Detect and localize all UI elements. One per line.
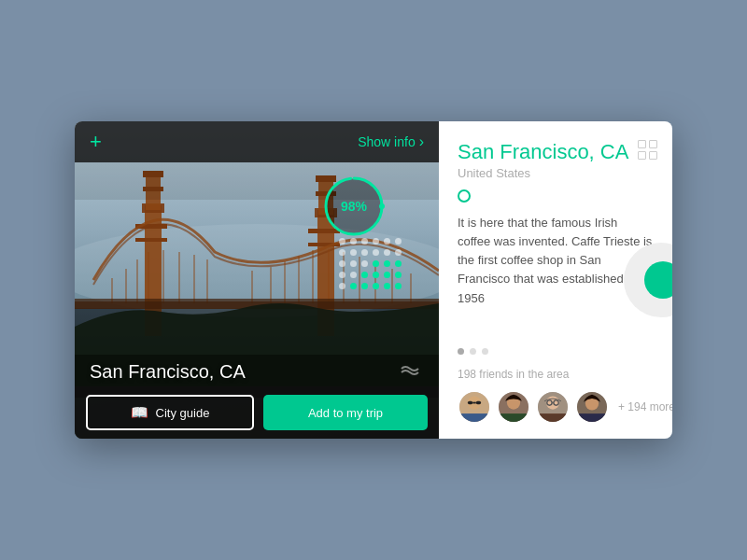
radio-indicator xyxy=(458,189,471,203)
friends-row: + 194 more xyxy=(458,390,654,424)
nav-dot-2[interactable] xyxy=(470,348,476,355)
left-footer: 📖 City guide Add to my trip xyxy=(75,386,439,439)
grid-square-4 xyxy=(649,151,657,160)
more-friends: + 194 more xyxy=(618,400,672,413)
music-icon xyxy=(400,360,420,381)
right-panel: San Francisco, CA United States It is he… xyxy=(439,121,672,439)
left-header: + Show info › xyxy=(75,121,439,162)
svg-rect-52 xyxy=(499,413,529,422)
grid-icon[interactable] xyxy=(638,140,657,160)
avatar-1 xyxy=(458,390,491,424)
city-name: San Francisco, CA xyxy=(458,140,654,164)
percent-circle: 98% xyxy=(320,173,388,240)
grid-square-3 xyxy=(638,151,646,160)
svg-rect-61 xyxy=(577,413,607,422)
nav-dot-1[interactable] xyxy=(458,348,464,355)
grid-square-2 xyxy=(649,140,657,148)
plus-button[interactable]: + xyxy=(90,132,102,152)
show-info-label: Show info xyxy=(358,134,415,149)
svg-rect-48 xyxy=(472,402,476,404)
location-label: San Francisco, CA xyxy=(90,361,246,383)
nav-dot-3[interactable] xyxy=(482,348,488,355)
city-guide-button[interactable]: 📖 City guide xyxy=(86,395,254,430)
percent-label: 98% xyxy=(320,173,388,240)
main-card: + Show info › xyxy=(75,121,672,439)
dots-nav xyxy=(458,348,654,355)
svg-rect-46 xyxy=(468,401,472,405)
book-icon: 📖 xyxy=(131,404,148,421)
svg-rect-9 xyxy=(135,238,167,242)
left-panel: + Show info › xyxy=(75,121,439,439)
add-trip-button[interactable]: Add to my trip xyxy=(263,395,428,430)
svg-rect-58 xyxy=(538,413,568,422)
friends-label: 198 friends in the area xyxy=(458,368,654,381)
avatar-3 xyxy=(536,390,570,424)
dot-grid xyxy=(339,238,402,294)
city-guide-label: City guide xyxy=(156,406,210,420)
chevron-right-icon: › xyxy=(419,133,424,150)
avatar-4 xyxy=(575,390,609,424)
grid-square-1 xyxy=(638,140,646,148)
svg-rect-47 xyxy=(476,401,481,405)
avatar-2 xyxy=(497,390,530,424)
country-name: United States xyxy=(458,166,654,180)
show-info-button[interactable]: Show info › xyxy=(358,133,424,150)
svg-rect-49 xyxy=(459,413,489,422)
svg-rect-39 xyxy=(75,299,439,398)
